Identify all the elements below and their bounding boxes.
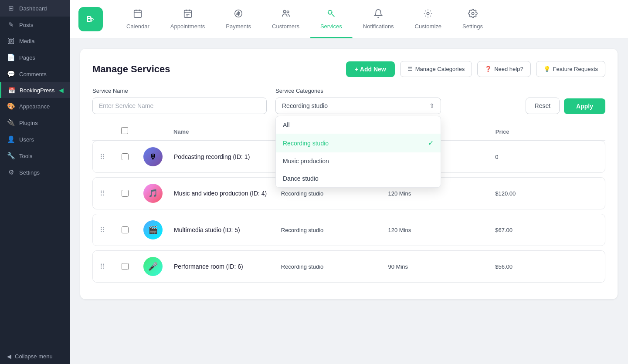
posts-icon: ✎ [7,21,15,29]
manage-categories-button[interactable]: ☰ Manage Categories [400,61,472,77]
table-row: ⠿ 🎤 Performance room (ID: 6) Recording s… [92,250,605,283]
notifications-icon [373,9,383,20]
row-checkbox-4[interactable] [122,263,129,270]
reset-button[interactable]: Reset [526,98,560,114]
dropdown-item-recording-studio[interactable]: Recording studio ✓ [276,134,441,152]
svg-point-17 [427,12,430,15]
service-name-input[interactable] [92,98,267,114]
service-duration-3: 120 Mins [388,227,491,233]
header-checkbox-cell [121,127,139,136]
sidebar-item-media[interactable]: 🖼 Media [0,33,70,49]
service-avatar-2: 🎵 [143,184,163,203]
customize-icon [423,9,433,20]
collapse-menu[interactable]: ◀ Collapse menu [0,349,70,364]
collapse-icon: ◀ [7,353,11,360]
service-price-3: $67.00 [495,227,598,233]
sidebar-item-users[interactable]: 👤 Users [0,131,70,148]
sidebar-item-plugins[interactable]: 🔌 Plugins [0,115,70,131]
manage-services-card: Manage Services + Add New ☰ Manage Categ… [80,49,618,299]
svg-rect-3 [134,10,142,17]
service-price-4: $56.00 [495,263,598,270]
nav-item-settings[interactable]: Settings [452,0,493,38]
dropdown-item-music-production[interactable]: Music production [276,152,441,170]
nav-item-appointments[interactable]: Appointments [160,0,216,38]
dropdown-item-all[interactable]: All [276,116,441,134]
header-price: Price [496,128,598,135]
drag-handle[interactable]: ⠿ [100,263,117,271]
sidebar-item-dashboard[interactable]: ⊞ Dashboard [0,0,70,17]
appearance-icon: 🎨 [7,102,15,110]
svg-rect-7 [184,10,191,17]
row-checkbox-1[interactable] [122,153,129,160]
pages-icon: 📄 [7,54,15,61]
service-avatar-3: 🎬 [143,220,163,239]
need-help-button[interactable]: ❓ Need help? [477,61,531,77]
service-categories-label: Service Categories [275,88,441,94]
tools-icon: 🔧 [7,152,15,160]
service-duration-2: 120 Mins [388,190,491,197]
svg-point-15 [287,11,289,13]
bookingpress-arrow: ◀ [59,87,64,94]
drag-handle[interactable]: ⠿ [100,226,117,234]
service-category-4: Recording studio [281,263,384,270]
settings-sidebar-icon: ⚙ [7,169,15,176]
manage-header: Manage Services + Add New ☰ Manage Categ… [92,61,605,77]
dashboard-icon: ⊞ [7,4,15,12]
users-icon: 👤 [7,135,15,143]
service-name-4: Performance room (ID: 6) [174,263,277,270]
media-icon: 🖼 [7,37,15,45]
apply-button[interactable]: Apply [564,98,605,114]
nav-item-notifications[interactable]: Notifications [353,0,404,38]
service-name-label: Service Name [92,88,267,94]
service-name-2: Music and video production (ID: 4) [174,190,277,197]
filter-actions: Reset Apply [526,98,605,114]
svg-text:P: P [91,17,94,23]
payments-icon [234,9,243,20]
service-category-3: Recording studio [281,227,384,233]
appointments-icon [183,9,193,20]
lightbulb-icon: 💡 [543,66,550,72]
sidebar-item-settings[interactable]: ⚙ Settings [0,164,70,181]
service-category-2: Recording studio [281,190,384,197]
drag-handle[interactable]: ⠿ [100,189,117,198]
nav-item-customers[interactable]: Customers [261,0,310,38]
service-name-filter: Service Name [92,88,267,114]
sidebar-item-posts[interactable]: ✎ Posts [0,17,70,33]
add-new-button[interactable]: + Add New [346,61,394,77]
sidebar-item-appearance[interactable]: 🎨 Appearance [0,98,70,115]
service-price-1: 0 [495,154,598,160]
page-title: Manage Services [92,64,341,75]
main-content: B P Calendar Appointments Pa [70,0,628,364]
service-price-2: $120.00 [495,190,598,197]
category-dropdown-wrapper: Recording studio ⇧ All Recording studio … [275,98,441,114]
row-checkbox-2[interactable] [122,190,129,197]
row-checkbox-3[interactable] [122,226,129,233]
services-icon [326,9,336,20]
bookingpress-icon: 📅 [8,87,15,94]
top-navigation: B P Calendar Appointments Pa [70,0,628,38]
app-logo[interactable]: B P [78,7,103,31]
sidebar-item-bookingpress[interactable]: 📅 BookingPress ◀ [0,82,70,98]
page-content: Manage Services + Add New ☰ Manage Categ… [70,38,628,364]
drag-handle[interactable]: ⠿ [100,153,117,161]
comments-icon: 💬 [7,70,15,78]
nav-items: Calendar Appointments Payments Customers [116,0,619,38]
service-category-filter: Service Categories Recording studio ⇧ Al… [275,88,441,114]
check-icon: ✓ [428,139,434,147]
selected-category-label: Recording studio [282,102,328,109]
sidebar-item-tools[interactable]: 🔧 Tools [0,148,70,164]
chevron-up-icon: ⇧ [429,102,435,109]
service-name-3: Multimedia studio (ID: 5) [174,226,277,233]
category-dropdown-trigger[interactable]: Recording studio ⇧ [275,98,441,114]
dropdown-item-dance-studio[interactable]: Dance studio [276,170,441,187]
nav-item-services[interactable]: Services [310,0,353,38]
sidebar-item-pages[interactable]: 📄 Pages [0,49,70,66]
feature-requests-button[interactable]: 💡 Feature Requests [536,61,605,77]
select-all-checkbox[interactable] [121,127,128,134]
nav-item-customize[interactable]: Customize [404,0,452,38]
header-name: Name [173,128,276,135]
nav-item-payments[interactable]: Payments [215,0,261,38]
service-duration-4: 90 Mins [388,263,491,270]
sidebar-item-comments[interactable]: 💬 Comments [0,66,70,82]
nav-item-calendar[interactable]: Calendar [116,0,160,38]
